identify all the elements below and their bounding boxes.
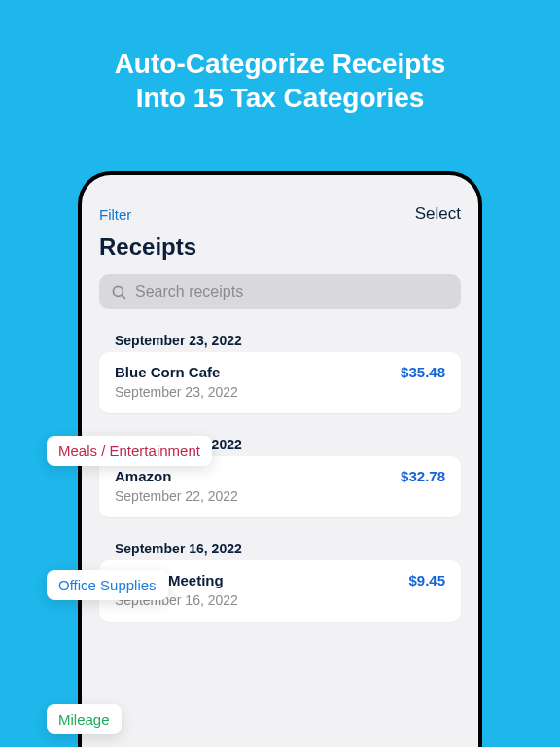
receipt-amount: $9.45 [408, 572, 445, 588]
merchant-name: Blue Corn Cafe [115, 364, 220, 380]
category-tag-office[interactable]: Office Supplies [47, 570, 168, 600]
search-input[interactable]: Search receipts [99, 274, 461, 309]
section-date-header: September 16, 2022 [115, 541, 461, 556]
merchant-name: Amazon [115, 468, 171, 484]
headline: Auto-Categorize Receipts Into 15 Tax Cat… [0, 0, 560, 115]
headline-line-1: Auto-Categorize Receipts [115, 49, 446, 79]
svg-point-0 [113, 286, 122, 296]
category-tag-meals[interactable]: Meals / Entertainment [47, 436, 212, 466]
receipt-amount: $32.78 [401, 468, 445, 484]
headline-line-2: Into 15 Tax Categories [136, 83, 425, 113]
topbar: Filter Select [99, 204, 461, 224]
category-tag-mileage[interactable]: Mileage [47, 704, 122, 734]
receipt-date: September 22, 2022 [115, 488, 445, 504]
page-title: Receipts [99, 233, 461, 261]
svg-line-1 [122, 295, 125, 299]
section-date-header: September 23, 2022 [115, 333, 461, 348]
select-link[interactable]: Select [415, 204, 461, 224]
search-icon [111, 284, 127, 301]
receipt-card[interactable]: Blue Corn Cafe $35.48 September 23, 2022 [99, 352, 461, 413]
section-0: September 23, 2022 Blue Corn Cafe $35.48… [99, 333, 461, 413]
filter-link[interactable]: Filter [99, 206, 131, 223]
receipt-amount: $35.48 [401, 364, 445, 380]
receipt-date: September 23, 2022 [115, 384, 445, 400]
search-placeholder: Search receipts [135, 283, 243, 301]
